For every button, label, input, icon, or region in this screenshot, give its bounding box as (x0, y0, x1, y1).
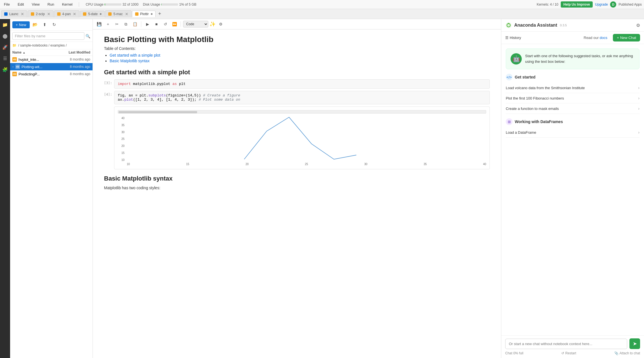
code-icon: </> (506, 74, 513, 80)
menu-run[interactable]: Run (46, 1, 56, 8)
section2-text: Matplotlib has two coding styles: (104, 186, 490, 190)
tab-close-5mac[interactable]: ✕ (125, 12, 128, 16)
tab-2scip[interactable]: 2-scip ✕ (28, 10, 54, 17)
new-chat-button[interactable]: + New Chat (613, 34, 640, 41)
settings-button[interactable]: ⚙ (217, 20, 225, 28)
suggestion-mask-emails[interactable]: Create a function to mask emails › (506, 103, 640, 114)
toc-link-2[interactable]: Basic Matplotlib syntax (110, 59, 149, 63)
fast-forward-button[interactable]: ⏩ (170, 20, 178, 28)
suggestion-load-df[interactable]: Load a DataFrame › (506, 127, 640, 138)
file-name-predicting: PredictingP... (19, 72, 58, 76)
top-right-group: Kernels: 4 / 10 Help Us Improve Upgrade … (534, 1, 642, 8)
attach-to-chat-button[interactable]: 📎 Attach to chat (614, 351, 640, 355)
sidebar-icon-circle[interactable]: ⬤ (2, 33, 8, 39)
file-list: nb hvplot_inte... 8 months ago ● nb Plot… (10, 56, 93, 358)
col-name-label: Name (12, 50, 22, 54)
file-item-plotting[interactable]: ● nb Plotting-wit... 8 months ago (10, 63, 93, 70)
toolbar-sep-1 (141, 21, 141, 27)
file-name-hvplot: hvplot_inte... (19, 57, 58, 62)
tab-dot-5date (100, 13, 101, 15)
new-file-button[interactable]: + New (12, 21, 30, 28)
suggestion-fibonacci[interactable]: Plot the first 100 Fibonacci numbers › (506, 93, 640, 103)
notebook-title: Basic Plotting with Matplotlib (104, 35, 490, 44)
cm-1: # Create a figure (203, 93, 240, 98)
tab-add-button[interactable]: + (156, 11, 163, 17)
tab-launcher[interactable]: Launc ✕ (1, 10, 27, 17)
file-item-hvplot[interactable]: nb hvplot_inte... 8 months ago (10, 56, 93, 63)
file-icon-plotting: nb (15, 64, 20, 69)
sidebar-icon-puzzle[interactable]: 🧩 (2, 66, 8, 73)
attach-label: Attach to chat (620, 351, 640, 355)
anaconda-settings-button[interactable]: ⚙ (636, 23, 640, 28)
tab-5date[interactable]: 5-date (80, 11, 105, 17)
cut-button[interactable]: ✂ (113, 20, 121, 28)
toc-list: Get started with a simple plot Basic Mat… (104, 53, 490, 63)
menu-file[interactable]: File (2, 1, 11, 8)
menu-view[interactable]: View (30, 1, 41, 8)
history-button[interactable]: ☰ History (505, 36, 521, 40)
tab-5mac[interactable]: 5-mac ✕ (105, 10, 131, 17)
anaconda-body: 🤖 Start with one of the following sugges… (501, 44, 644, 335)
chart-scrollbar[interactable] (118, 110, 486, 114)
plus-icon-chat: + (617, 36, 619, 40)
suggestion-mask-emails-text: Create a function to mask emails (506, 107, 559, 111)
x-axis: 10 15 20 25 30 35 40 (118, 163, 486, 166)
suggestion-volcano[interactable]: Load volcano data from the Smithsonian I… (506, 83, 640, 93)
new-button-label: New (19, 23, 26, 27)
add-cell-button[interactable]: + (104, 20, 112, 28)
magic-button[interactable]: ✨ (209, 21, 216, 27)
dataframes-header: ⊞ Working with DataFrames (506, 118, 640, 125)
tab-label-2scip: 2-scip (36, 12, 45, 16)
paste-button[interactable]: 📋 (131, 20, 139, 28)
restart-icon: ↺ (561, 351, 564, 355)
tab-close-2scip[interactable]: ✕ (47, 12, 50, 16)
notebook-area: 💾 + ✂ ⧉ 📋 ▶ ■ ↺ ⏩ Code Markdown Raw ✨ ⚙ … (93, 19, 501, 358)
cell-3-code[interactable]: import matplotlib.pyplot as plt (114, 79, 490, 89)
folder-icon-breadcrumb: 📁 (12, 43, 17, 47)
stop-button[interactable]: ■ (153, 20, 160, 28)
tab-close-4pan[interactable]: ✕ (73, 12, 76, 16)
chat-input[interactable] (505, 339, 627, 349)
tab-label-5mac: 5-mac (113, 12, 123, 16)
restart-button[interactable]: ↺ (161, 20, 169, 28)
run-button[interactable]: ▶ (144, 20, 151, 28)
user-avatar[interactable]: D (610, 1, 616, 8)
file-item-predicting[interactable]: nb PredictingP... 8 months ago (10, 70, 93, 78)
history-label: History (510, 36, 521, 40)
disk-usage-indicator: Disk Usage 1% of 5 GB (143, 3, 197, 6)
copy-button[interactable]: ⧉ (122, 20, 130, 28)
suggestion-volcano-text: Load volcano data from the Smithsonian I… (506, 86, 585, 90)
restart-button[interactable]: ↺ Restart (561, 351, 576, 355)
sidebar-icon-rocket[interactable]: 🚀 (2, 44, 8, 50)
search-input[interactable] (12, 32, 84, 40)
chevron-right-fibonacci: › (638, 96, 640, 100)
send-button[interactable]: ➤ (629, 338, 640, 349)
tab-4pan[interactable]: 4-pan ✕ (54, 10, 80, 17)
docs-link[interactable]: docs (600, 36, 607, 40)
tab-plotting[interactable]: Plottir (132, 11, 156, 17)
open-folder-button[interactable]: 📂 (31, 21, 39, 29)
cell-type-select[interactable]: Code Markdown Raw (183, 21, 208, 27)
section-title-2: Basic Matplotlib syntax (104, 175, 490, 182)
menu-edit[interactable]: Edit (16, 1, 26, 8)
chevron-right-df: › (638, 130, 640, 135)
menu-kernel[interactable]: Kernel (60, 1, 74, 8)
cell-4-code[interactable]: fig, ax = plt.subplots(figsize=(14,5)) #… (114, 91, 490, 104)
breadcrumb-text: / sample-notebooks / examples / (18, 43, 67, 47)
tab-close-launcher[interactable]: ✕ (21, 12, 24, 16)
file-modified-plotting: 8 months ago (59, 65, 90, 69)
chart-scrollbar-thumb (119, 111, 197, 113)
sidebar-icon-list[interactable]: ☰ (2, 55, 8, 62)
upload-button[interactable]: ⬆ (41, 21, 49, 29)
column-name[interactable]: Name ▲ (12, 50, 59, 54)
tab-icon-2scip (31, 12, 34, 16)
sidebar-icon-folder[interactable]: 📁 (2, 21, 8, 28)
fn-subplots: subplots (148, 93, 166, 98)
refresh-button[interactable]: ↻ (50, 21, 58, 29)
help-improve-button[interactable]: Help Us Improve (561, 1, 593, 8)
save-button[interactable]: 💾 (95, 20, 103, 28)
upgrade-button[interactable]: Upgrade (595, 3, 608, 6)
restart-label: Restart (565, 351, 576, 355)
toc-link-1[interactable]: Get started with a simple plot (110, 53, 160, 57)
suggestion-fibonacci-text: Plot the first 100 Fibonacci numbers (506, 96, 564, 100)
